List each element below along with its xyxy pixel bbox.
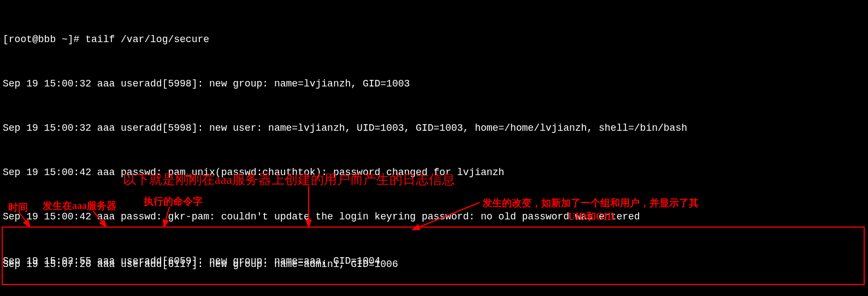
annotation-main-title: 以下就是刚刚在aaa服务器上创建的用户而产生的日志信息 bbox=[123, 170, 455, 189]
annotation-server-label: 发生在aaa服务器 bbox=[43, 199, 116, 213]
annotation-change-label-line1: 发生的改变，如新加了一个组和用户，并显示了其 bbox=[482, 196, 699, 211]
boxed-log-output: Sep 19 15:07:26 aaa useradd[6117]: new g… bbox=[3, 228, 664, 296]
annotation-command-label: 执行的命令字 bbox=[144, 194, 203, 209]
annotation-time-label: 时间 bbox=[8, 200, 28, 215]
log-line: Sep 19 15:07:26 aaa useradd[6117]: new g… bbox=[3, 257, 664, 272]
log-line: Sep 19 15:00:32 aaa useradd[5998]: new u… bbox=[3, 121, 865, 136]
annotation-change-label-line2: UID和GID bbox=[568, 210, 615, 224]
log-line: Sep 19 15:00:32 aaa useradd[5998]: new g… bbox=[3, 77, 865, 91]
command-prompt: [root@bbb ~]# tailf /var/log/secure bbox=[3, 32, 865, 47]
log-line: Sep 19 15:00:42 aaa passwd: gkr-pam: cou… bbox=[3, 210, 865, 224]
